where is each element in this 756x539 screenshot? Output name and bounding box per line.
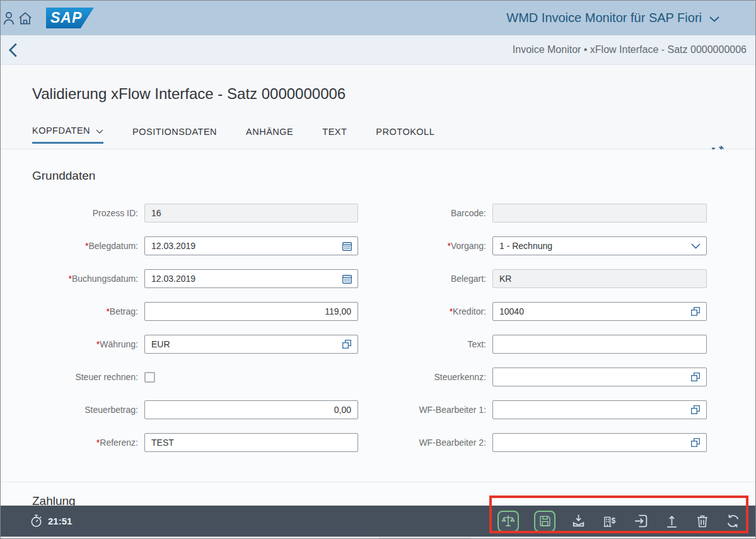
bottom-edge-strip bbox=[1, 536, 756, 539]
steuerkennz-input[interactable] bbox=[492, 368, 707, 386]
sap-logo-text: SAP bbox=[50, 9, 82, 26]
field-label: Belegart: bbox=[385, 274, 486, 284]
field-steuerkennz: Steuerkennz: bbox=[385, 368, 707, 386]
chevron-down-icon bbox=[96, 129, 103, 134]
user-profile-button[interactable] bbox=[1, 9, 17, 27]
tab-label: ANHÄNGE bbox=[246, 127, 293, 137]
save-button[interactable] bbox=[534, 511, 555, 532]
tab-anhaenge[interactable]: ANHÄNGE bbox=[246, 125, 293, 144]
value-help-icon[interactable] bbox=[685, 434, 706, 451]
referenz-input[interactable] bbox=[144, 433, 358, 452]
tab-text[interactable]: TEXT bbox=[322, 125, 347, 144]
betrag-input[interactable] bbox=[144, 302, 358, 321]
text-input[interactable] bbox=[492, 335, 707, 354]
navigation-bar: Invoice Monitor • xFlow Interface - Satz… bbox=[1, 35, 755, 65]
tab-protokoll[interactable]: PROTOKOLL bbox=[376, 125, 434, 144]
upload-button[interactable] bbox=[664, 513, 680, 529]
home-icon bbox=[17, 10, 33, 26]
value-help-icon[interactable] bbox=[685, 368, 706, 386]
footer-tools: $ bbox=[497, 511, 741, 532]
field-label: *Buchungsdatum: bbox=[32, 274, 138, 284]
field-label: *Kreditor: bbox=[385, 306, 486, 316]
prozess-id-input bbox=[144, 204, 358, 223]
download-tray-icon bbox=[571, 513, 586, 529]
section-title-grunddaten: Grunddaten bbox=[32, 169, 755, 183]
field-prozess-id: Prozess ID: bbox=[32, 204, 358, 223]
barcode-input bbox=[492, 204, 707, 223]
box-arrow-right-icon bbox=[633, 513, 649, 529]
field-betrag: *Betrag: bbox=[32, 302, 358, 321]
calendar-icon[interactable] bbox=[336, 270, 358, 287]
chevron-down-icon[interactable] bbox=[685, 237, 706, 255]
field-wf-bearbeiter-1: WF-Bearbeiter 1: bbox=[385, 400, 707, 419]
field-label: WF-Bearbeiter 2: bbox=[385, 438, 486, 448]
footer-toolbar: 21:51 bbox=[1, 506, 756, 536]
value-help-icon[interactable] bbox=[685, 303, 706, 320]
tab-kopfdaten[interactable]: KOPFDATEN bbox=[32, 125, 103, 144]
wf-bearbeiter-1-input[interactable] bbox=[492, 400, 707, 419]
payment-button[interactable]: $ bbox=[602, 513, 618, 529]
tab-strip: KOPFDATEN POSITIONSDATEN ANHÄNGE TEXT PR… bbox=[32, 125, 755, 144]
field-vorgang: *Vorgang: bbox=[385, 236, 707, 255]
delete-button[interactable] bbox=[695, 513, 710, 529]
app-window: SAP WMD Invoice Monitor für SAP Fiori In… bbox=[0, 0, 756, 539]
field-label: *Referenz: bbox=[32, 438, 138, 448]
vorgang-select[interactable] bbox=[492, 236, 707, 255]
value-help-icon[interactable] bbox=[685, 401, 706, 419]
buchungsdatum-input[interactable] bbox=[144, 269, 358, 288]
upload-arrow-icon bbox=[664, 513, 680, 529]
field-waehrung: *Währung: bbox=[32, 335, 358, 354]
page-header: Validierung xFlow Interface - Satz 00000… bbox=[1, 65, 755, 149]
download-button[interactable] bbox=[571, 513, 586, 529]
waehrung-input[interactable] bbox=[144, 335, 358, 354]
field-label: Text: bbox=[385, 339, 486, 349]
steuerbetrag-input[interactable] bbox=[144, 400, 358, 419]
section-divider bbox=[1, 482, 755, 482]
floppy-disk-icon bbox=[538, 514, 552, 528]
field-belegdatum: *Belegdatum: bbox=[32, 236, 358, 255]
building-dollar-icon: $ bbox=[602, 513, 618, 529]
wf-bearbeiter-2-input[interactable] bbox=[492, 433, 707, 452]
field-steuer-rechnen: Steuer rechnen: bbox=[32, 368, 358, 386]
field-label: Steuerbetrag: bbox=[32, 405, 138, 415]
field-buchungsdatum: *Buchungsdatum: bbox=[32, 269, 358, 288]
value-help-icon[interactable] bbox=[336, 335, 358, 353]
refresh-button[interactable] bbox=[725, 513, 741, 529]
simulate-button[interactable] bbox=[497, 511, 519, 532]
grunddaten-form: Prozess ID: *Belegdatum: bbox=[1, 204, 755, 452]
svg-text:$: $ bbox=[612, 516, 616, 525]
field-label: Prozess ID: bbox=[32, 208, 138, 218]
field-label: *Belegdatum: bbox=[32, 241, 138, 251]
chevron-down-icon bbox=[709, 14, 719, 22]
field-text: Text: bbox=[385, 335, 707, 354]
form-column-left: Prozess ID: *Belegdatum: bbox=[32, 204, 358, 452]
back-button[interactable] bbox=[8, 43, 18, 57]
steuer-rechnen-checkbox[interactable] bbox=[144, 372, 155, 383]
transfer-button[interactable] bbox=[633, 513, 649, 529]
tab-positionsdaten[interactable]: POSITIONSDATEN bbox=[132, 125, 217, 144]
tab-label: POSITIONSDATEN bbox=[132, 127, 217, 137]
breadcrumb: Invoice Monitor • xFlow Interface - Satz… bbox=[513, 44, 747, 55]
kreditor-input[interactable] bbox=[492, 302, 707, 321]
shell-header: SAP WMD Invoice Monitor für SAP Fiori bbox=[1, 1, 755, 35]
calendar-icon[interactable] bbox=[336, 237, 358, 255]
field-kreditor: *Kreditor: bbox=[385, 302, 707, 321]
field-referenz: *Referenz: bbox=[32, 433, 358, 452]
field-wf-bearbeiter-2: WF-Bearbeiter 2: bbox=[385, 433, 707, 452]
tab-label: KOPFDATEN bbox=[32, 125, 90, 136]
belegdatum-input[interactable] bbox=[144, 236, 358, 255]
app-title-menu[interactable]: WMD Invoice Monitor für SAP Fiori bbox=[506, 1, 719, 35]
sync-arrows-icon bbox=[725, 513, 741, 529]
field-label: *Vorgang: bbox=[385, 241, 486, 251]
field-label: Steuerkennz: bbox=[385, 372, 486, 382]
recording-timer: 21:51 bbox=[30, 514, 72, 528]
chevron-left-icon bbox=[8, 43, 18, 57]
belegart-input bbox=[492, 269, 707, 288]
person-icon bbox=[1, 9, 17, 27]
trash-icon bbox=[695, 513, 710, 529]
field-label: *Währung: bbox=[32, 339, 138, 349]
scales-icon bbox=[501, 514, 515, 528]
home-button[interactable] bbox=[17, 10, 33, 26]
field-label: Steuer rechnen: bbox=[32, 372, 138, 382]
field-label: WF-Bearbeiter 1: bbox=[385, 405, 486, 415]
